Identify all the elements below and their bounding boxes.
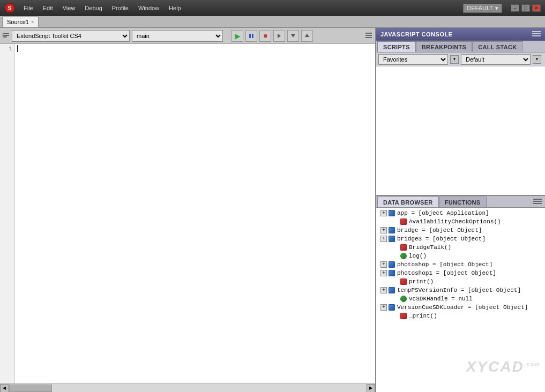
menu-debug[interactable]: Debug: [80, 4, 106, 12]
filter-arrow2-icon[interactable]: ▾: [533, 55, 541, 64]
editor-scrollbar[interactable]: ◀ ▶: [0, 383, 375, 392]
code-area[interactable]: [15, 44, 375, 383]
tree-item-availability[interactable]: AvailabilityCheckOptions(): [376, 217, 545, 226]
step-into-button[interactable]: [287, 30, 299, 42]
main-area: ExtendScript Toolkit CS4 main ▶ ■: [0, 28, 545, 392]
play-button[interactable]: ▶: [232, 30, 243, 42]
script-tree[interactable]: [376, 66, 545, 195]
svg-rect-18: [533, 203, 542, 204]
favorites-dropdown[interactable]: Favorites: [378, 54, 448, 65]
svg-rect-14: [532, 33, 541, 34]
tree-item-label: _print(): [409, 313, 437, 319]
svg-text:S: S: [8, 5, 12, 11]
svg-marker-9: [305, 34, 309, 37]
js-console-options[interactable]: [532, 31, 541, 37]
red-icon: [400, 244, 407, 251]
tree-item-bridge3[interactable]: +bridge3 = [object Object]: [376, 235, 545, 243]
menu-help[interactable]: Help: [165, 4, 185, 12]
expand-icon[interactable]: +: [380, 236, 387, 242]
bottom-panel-options[interactable]: [533, 199, 544, 205]
svg-marker-7: [278, 34, 281, 38]
stop-button[interactable]: ■: [259, 30, 271, 42]
scroll-thumb[interactable]: [9, 385, 52, 392]
minimize-button[interactable]: –: [511, 4, 519, 12]
tree-item-vcSDKHandle[interactable]: vcSDKHandle = null: [376, 295, 545, 303]
scroll-left-arrow[interactable]: ◀: [0, 384, 9, 393]
red-icon: [400, 312, 407, 320]
cube-icon: [388, 235, 395, 243]
expand-icon[interactable]: +: [380, 261, 387, 268]
menu-edit[interactable]: Edit: [39, 4, 57, 12]
tree-item-app[interactable]: +app = [object Application]: [376, 209, 545, 217]
svg-rect-12: [365, 37, 372, 38]
tab-scripts[interactable]: SCRIPTS: [377, 41, 416, 52]
menu-bar: File Edit View Debug Profile Window Help: [19, 4, 185, 12]
pause-button[interactable]: [245, 30, 257, 42]
tab-source1-label: Source1: [7, 19, 29, 25]
tree-item-label: photoshop1 = [object Object]: [397, 270, 496, 276]
tree-item-bridgetalk[interactable]: BridgeTalk(): [376, 243, 545, 252]
green-icon: [400, 252, 407, 260]
menu-profile[interactable]: Profile: [108, 4, 133, 12]
editor-panel: ExtendScript Toolkit CS4 main ▶ ■: [0, 28, 376, 392]
editor-toolbar: ExtendScript Toolkit CS4 main ▶ ■: [0, 28, 375, 44]
tree-item-label: photoshop = [object Object]: [397, 261, 492, 268]
tree-item-_print[interactable]: _print(): [376, 312, 545, 320]
cube-icon: [388, 261, 395, 268]
step-out-button[interactable]: [301, 30, 313, 42]
tab-source1[interactable]: Source1 ×: [2, 17, 39, 27]
scroll-right-arrow[interactable]: ▶: [367, 384, 375, 393]
tab-close-icon[interactable]: ×: [31, 19, 34, 25]
js-console-header: JAVASCRIPT CONSOLE: [376, 28, 545, 41]
code-editor[interactable]: 1: [0, 44, 375, 383]
menu-window[interactable]: Window: [134, 4, 163, 12]
tree-item-label: bridge = [object Object]: [397, 227, 482, 233]
tree-item-print[interactable]: print(): [376, 277, 545, 286]
data-browser-tree[interactable]: +app = [object Application]AvailabilityC…: [376, 208, 545, 392]
red-icon: [400, 218, 407, 225]
expand-icon[interactable]: +: [380, 227, 387, 233]
tree-item-bridge[interactable]: +bridge = [object Object]: [376, 226, 545, 235]
line-numbers: 1: [0, 44, 15, 383]
tree-item-VersionCueSDKLoader[interactable]: +VersionCueSDKLoader = [object Object]: [376, 303, 545, 312]
scroll-track[interactable]: [9, 384, 367, 393]
target-app-dropdown[interactable]: ExtendScript Toolkit CS4: [12, 30, 130, 42]
svg-marker-8: [291, 34, 295, 37]
svg-rect-13: [532, 31, 541, 32]
default-label: DEFAULT: [467, 5, 493, 11]
cube-icon: [388, 227, 395, 234]
function-dropdown[interactable]: main: [132, 30, 223, 42]
expand-icon[interactable]: +: [380, 270, 387, 276]
tree-item-label: log(): [409, 253, 427, 259]
close-button[interactable]: ✕: [532, 4, 541, 12]
title-bar-left: S File Edit View Debug Profile Window He…: [4, 3, 185, 13]
default-badge[interactable]: DEFAULT ▾: [463, 4, 502, 13]
svg-rect-16: [533, 199, 542, 200]
tree-item-photoshop[interactable]: +photoshop = [object Object]: [376, 260, 545, 269]
tree-item-label: vcSDKHandle = null: [409, 296, 473, 302]
tab-data-browser[interactable]: DATA BROWSER: [377, 197, 439, 207]
expand-icon[interactable]: +: [380, 287, 387, 293]
tab-functions[interactable]: FUNCTIONS: [439, 197, 487, 207]
tree-item-label: AvailabilityCheckOptions(): [409, 218, 501, 225]
default-dropdown[interactable]: Default: [461, 54, 531, 65]
maximize-button[interactable]: □: [521, 4, 530, 12]
svg-rect-6: [252, 34, 253, 38]
tree-item-tempPSVersionInfo[interactable]: +tempPSVersionInfo = [object Object]: [376, 286, 545, 295]
svg-rect-15: [532, 35, 541, 36]
tab-call-stack[interactable]: CALL STACK: [472, 41, 522, 52]
tree-item-log[interactable]: log(): [376, 252, 545, 260]
expand-icon[interactable]: +: [380, 304, 387, 311]
menu-view[interactable]: View: [58, 4, 80, 12]
svg-rect-11: [365, 35, 372, 36]
tab-breakpoints[interactable]: BREAKPOINTS: [416, 41, 472, 52]
step-over-button[interactable]: [273, 30, 285, 42]
tree-item-photoshop1[interactable]: +photoshop1 = [object Object]: [376, 269, 545, 277]
menu-file[interactable]: File: [19, 4, 38, 12]
scripts-filter: Favorites ▾ Default ▾: [376, 52, 545, 66]
workspace: Source1 × ExtendScript Toolkit CS4: [0, 16, 545, 392]
expand-icon[interactable]: +: [380, 210, 387, 216]
panel-options-icon[interactable]: [364, 31, 373, 40]
cube-icon: [388, 209, 395, 217]
filter-arrow-icon[interactable]: ▾: [450, 55, 459, 64]
